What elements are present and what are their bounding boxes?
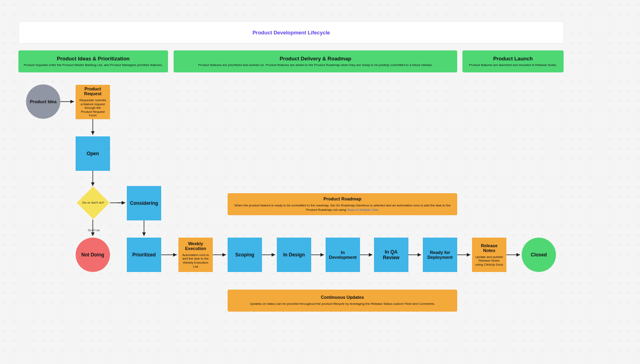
in-qa-node: In QA Review (374, 238, 408, 272)
phase-launch-desc: Product features are launched and includ… (469, 63, 557, 67)
product-request-node: Product Request Requester submits a feat… (76, 85, 110, 119)
not-doing-label: Not Doing (81, 252, 104, 258)
open-label: Open (87, 151, 99, 156)
roadmap-info: Product Roadmap When the product feature… (228, 193, 457, 215)
continuous-title: Continuous Updates (321, 295, 364, 300)
product-request-title: Product Request (79, 86, 107, 96)
phase-delivery-desc: Product features are prioritized and wor… (198, 63, 432, 67)
diagram-title: Product Development Lifecycle (252, 30, 330, 36)
in-design-node: In Design (277, 238, 311, 272)
diagram-canvas[interactable]: Product Development Lifecycle Product Id… (0, 0, 640, 364)
roadmap-desc-b: . (378, 208, 379, 212)
decision-no-label: Don't do (88, 228, 100, 232)
phase-launch-title: Product Launch (493, 56, 533, 62)
release-notes-title: Release Notes (475, 243, 503, 253)
phase-launch: Product Launch Product features are laun… (462, 50, 564, 72)
phase-ideas-desc: Product requests enter the Product Maste… (24, 63, 162, 67)
phase-ideas-title: Product Ideas & Prioritization (57, 56, 130, 62)
title-bar: Product Development Lifecycle (18, 21, 564, 44)
in-qa-label: In QA Review (377, 249, 405, 260)
continuous-desc: Updates on status can be provided throug… (250, 302, 435, 306)
in-design-label: In Design (283, 252, 305, 258)
in-dev-label: In Development (329, 250, 357, 260)
open-node: Open (76, 136, 110, 171)
prioritized-label: Prioritized (132, 252, 156, 258)
product-request-desc: Requester submits a feature request thro… (79, 98, 107, 118)
continuous-info: Continuous Updates Updates on status can… (228, 290, 457, 312)
phase-ideas: Product Ideas & Prioritization Product r… (18, 50, 168, 72)
roadmap-title: Product Roadmap (324, 196, 362, 201)
product-idea-node: Product Idea (26, 84, 60, 119)
considering-node: Considering (127, 186, 161, 220)
weekly-desc: Automation runs to add the task to the W… (182, 253, 210, 268)
considering-label: Considering (130, 200, 158, 206)
roadmap-desc: When the product feature is ready to be … (231, 204, 454, 212)
ready-deploy-node: Ready for Deployment (423, 238, 457, 272)
weekly-title: Weekly Execution (182, 241, 210, 251)
weekly-execution-node: Weekly Execution Automation runs to add … (178, 238, 213, 272)
ready-deploy-label: Ready for Deployment (426, 250, 454, 260)
roadmap-desc-a: When the product feature is ready to be … (234, 204, 450, 211)
phase-delivery-title: Product Delivery & Roadmap (280, 56, 351, 62)
phase-delivery: Product Delivery & Roadmap Product featu… (174, 50, 457, 72)
scoping-label: Scoping (235, 252, 254, 258)
not-doing-node: Not Doing (76, 238, 110, 272)
prioritized-node: Prioritized (127, 238, 161, 272)
decision-label: Do or don't do? (82, 201, 104, 204)
decision-node: Do or don't do? (77, 186, 110, 219)
closed-node: Closed (522, 238, 556, 272)
closed-label: Closed (531, 252, 547, 258)
in-development-node: In Development (326, 238, 360, 272)
release-notes-desc: Update and publish Release Notes using C… (475, 255, 503, 267)
scoping-node: Scoping (228, 238, 262, 272)
release-notes-node: Release Notes Update and publish Release… (472, 238, 506, 272)
roadmap-link[interactable]: Tasks in Multiple Lists (347, 208, 378, 212)
product-idea-label: Product Idea (30, 99, 57, 104)
